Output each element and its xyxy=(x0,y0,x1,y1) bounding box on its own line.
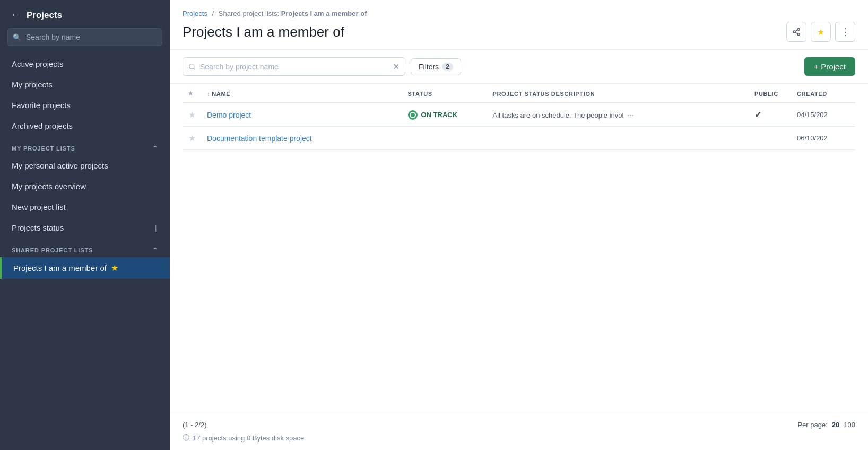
sidebar-item-favorite-projects[interactable]: Favorite projects xyxy=(0,95,170,116)
more-icon: ⋮ xyxy=(840,26,850,38)
col-header-public: PUBLIC xyxy=(749,84,792,103)
projects-member-label: Projects I am a member of xyxy=(13,263,107,272)
row1-project-link[interactable]: Demo project xyxy=(207,111,251,119)
sidebar-search-input[interactable] xyxy=(7,28,162,46)
info-icon: ⓘ xyxy=(183,433,189,443)
row2-star[interactable]: ★ xyxy=(183,127,202,150)
table-body: ★ Demo project ON TRACK All tasks xyxy=(183,103,855,150)
sidebar-nav: Active projects My projects Favorite pro… xyxy=(0,54,170,136)
pagination-info: (1 - 2/2) xyxy=(183,421,207,429)
row1-star[interactable]: ★ xyxy=(183,103,202,127)
row1-status-dot xyxy=(408,110,418,120)
favorite-star-icon: ★ xyxy=(817,27,824,37)
col-header-status: STATUS xyxy=(403,84,488,103)
sidebar-item-active-projects[interactable]: Active projects xyxy=(0,54,170,74)
sort-icon: ↕ xyxy=(207,91,210,97)
add-project-button[interactable]: + Project xyxy=(804,57,855,76)
pagination-row: (1 - 2/2) Per page: 20 100 xyxy=(183,421,855,429)
col-header-star: ★ xyxy=(183,84,202,103)
disk-space-text: 17 projects using 0 Bytes disk space xyxy=(193,434,304,442)
svg-line-6 xyxy=(194,68,195,69)
per-page-20[interactable]: 20 xyxy=(832,421,839,429)
sidebar-item-my-personal[interactable]: My personal active projects xyxy=(0,155,170,176)
row2-public xyxy=(749,127,792,150)
projects-table: ★ ↕ NAME STATUS PROJECT STATUS DESCRIPTI… xyxy=(183,84,855,150)
search-icon xyxy=(188,63,196,70)
sidebar-item-new-list[interactable]: New project list xyxy=(0,197,170,217)
sidebar-item-archived-projects[interactable]: Archived projects xyxy=(0,116,170,136)
share-icon xyxy=(792,28,801,36)
toolbar: ⨯ Filters 2 + Project xyxy=(170,50,868,84)
table-row: ★ Documentation template project 06/10/2… xyxy=(183,127,855,150)
my-project-lists-chevron[interactable]: ⌃ xyxy=(152,145,158,152)
row1-status-badge: ON TRACK xyxy=(408,110,458,120)
sidebar-header: ← Projects xyxy=(0,0,170,28)
header-actions: ★ ⋮ xyxy=(786,22,855,42)
per-page-100[interactable]: 100 xyxy=(844,421,855,429)
shared-lists-label: SHARED PROJECT LISTS xyxy=(12,247,93,253)
table-header-row: ★ ↕ NAME STATUS PROJECT STATUS DESCRIPTI… xyxy=(183,84,855,103)
sidebar-search-wrap: 🔍 xyxy=(7,28,162,46)
main-header: Projects / Shared project lists: Project… xyxy=(170,0,868,50)
row1-status-dot-inner xyxy=(411,113,415,117)
table-footer: (1 - 2/2) Per page: 20 100 ⓘ 17 projects… xyxy=(170,413,868,450)
projects-status-icon: ‖ xyxy=(154,224,158,232)
main-content: Projects / Shared project lists: Project… xyxy=(170,0,868,450)
sidebar-item-projects-status[interactable]: Projects status ‖ xyxy=(0,217,170,238)
my-project-lists-label: MY PROJECT LISTS xyxy=(12,145,75,152)
filters-count: 2 xyxy=(442,63,453,71)
row1-created: 04/15/202 xyxy=(792,103,855,127)
projects-member-star: ★ xyxy=(111,263,118,273)
row1-desc-ellipsis: ⋯ xyxy=(627,111,634,119)
breadcrumb: Projects / Shared project lists: Project… xyxy=(183,10,855,17)
sidebar-item-my-overview[interactable]: My projects overview xyxy=(0,176,170,197)
row2-desc xyxy=(488,127,749,150)
breadcrumb-section: Shared project lists: xyxy=(219,10,281,17)
row2-created: 06/10/202 xyxy=(792,127,855,150)
col-header-created: CREATED xyxy=(792,84,855,103)
row1-name: Demo project xyxy=(202,103,403,127)
svg-line-3 xyxy=(795,32,798,34)
sidebar-item-projects-member[interactable]: Projects I am a member of ★ xyxy=(0,257,170,279)
breadcrumb-sep1: / xyxy=(212,10,214,17)
sidebar-search-icon: 🔍 xyxy=(13,33,21,41)
project-search-input[interactable] xyxy=(200,63,388,71)
my-project-lists: My personal active projects My projects … xyxy=(0,155,170,238)
per-page: Per page: 20 100 xyxy=(797,421,855,429)
row2-project-link[interactable]: Documentation template project xyxy=(207,134,312,143)
breadcrumb-projects-link[interactable]: Projects xyxy=(183,10,207,17)
search-clear-button[interactable]: ⨯ xyxy=(393,61,400,72)
row1-status: ON TRACK xyxy=(403,103,488,127)
projects-table-wrap: ★ ↕ NAME STATUS PROJECT STATUS DESCRIPTI… xyxy=(170,84,868,413)
filters-button[interactable]: Filters 2 xyxy=(411,58,461,75)
col-header-name[interactable]: ↕ NAME xyxy=(202,84,403,103)
row2-status xyxy=(403,127,488,150)
row2-name: Documentation template project xyxy=(202,127,403,150)
svg-line-4 xyxy=(795,30,798,31)
favorite-button[interactable]: ★ xyxy=(811,22,831,42)
filters-label: Filters xyxy=(419,63,439,71)
row1-desc: All tasks are on schedule. The people in… xyxy=(488,103,749,127)
page-title: Projects I am a member of xyxy=(183,24,344,40)
share-button[interactable] xyxy=(786,22,806,42)
row1-status-label: ON TRACK xyxy=(421,111,458,119)
per-page-label: Per page: xyxy=(797,421,827,429)
star-header-icon: ★ xyxy=(188,90,194,96)
breadcrumb-current: Projects I am a member of xyxy=(281,10,367,17)
sidebar: ← Projects 🔍 Active projects My projects… xyxy=(0,0,170,450)
row1-public: ✓ xyxy=(749,103,792,127)
more-button[interactable]: ⋮ xyxy=(835,22,855,42)
add-project-label: + Project xyxy=(814,62,846,71)
disk-space-row: ⓘ 17 projects using 0 Bytes disk space xyxy=(183,433,855,443)
table-row: ★ Demo project ON TRACK All tasks xyxy=(183,103,855,127)
shared-lists-chevron[interactable]: ⌃ xyxy=(152,246,158,254)
sidebar-title: Projects xyxy=(27,10,62,21)
search-box: ⨯ xyxy=(183,57,405,76)
col-header-desc: PROJECT STATUS DESCRIPTION xyxy=(488,84,749,103)
row1-desc-text: All tasks are on schedule. The people in… xyxy=(493,111,624,119)
back-button[interactable]: ← xyxy=(11,10,20,21)
sidebar-item-my-projects[interactable]: My projects xyxy=(0,74,170,95)
my-project-lists-section: MY PROJECT LISTS ⌃ xyxy=(0,136,170,155)
shared-lists-section: SHARED PROJECT LISTS ⌃ xyxy=(0,238,170,257)
page-title-row: Projects I am a member of ★ ⋮ xyxy=(183,22,855,49)
